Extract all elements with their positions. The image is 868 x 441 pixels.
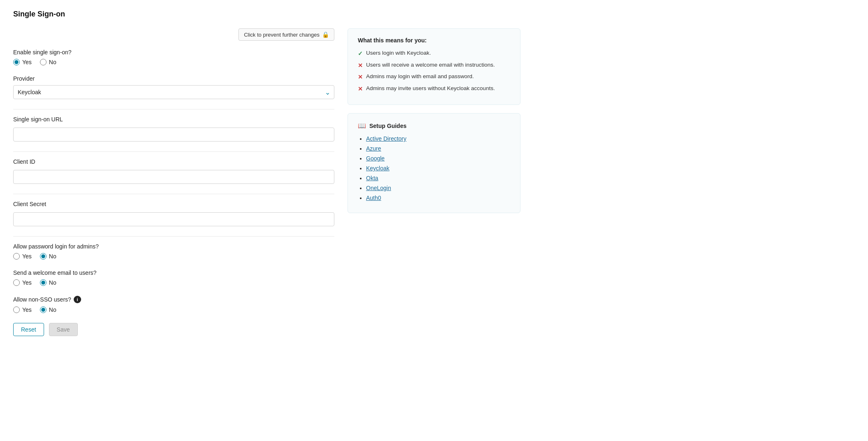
guide-item-onelogin: OneLogin [366,185,510,191]
allow-password-no-radio[interactable] [40,253,47,260]
book-icon: 📖 [358,122,366,130]
right-panel: What this means for you: ✓ Users login w… [348,28,520,336]
lock-bar: Click to prevent further changes 🔒 [13,28,334,41]
welcome-email-yes-option[interactable]: Yes [13,279,32,286]
welcome-email-label: Send a welcome email to users? [13,269,334,276]
welcome-email-no-label: No [49,279,56,286]
sso-url-input[interactable] [13,128,334,142]
guide-link-auth0[interactable]: Auth0 [366,195,381,201]
allow-password-yes-label: Yes [22,253,32,260]
guide-link-keycloak[interactable]: Keycloak [366,165,390,172]
info-title: What this means for you: [358,37,510,44]
divider-4 [13,236,334,237]
enable-sso-no-option[interactable]: No [40,59,56,65]
provider-label: Provider [13,75,334,82]
cross-icon-3: ✕ [358,73,363,81]
allow-password-radio-group: Yes No [13,253,334,260]
info-box: What this means for you: ✓ Users login w… [348,28,520,105]
button-row: Reset Save [13,323,334,336]
info-item-3-text: Admins may login with email and password… [366,73,474,81]
guides-title: 📖 Setup Guides [358,122,510,130]
guide-item-active-directory: Active Directory [366,135,510,142]
check-icon-1: ✓ [358,50,363,58]
enable-sso-label: Enable single sign-on? [13,49,334,56]
client-id-label: Client ID [13,158,334,165]
welcome-email-no-option[interactable]: No [40,279,56,286]
non-sso-label: Allow non-SSO users? [13,296,71,303]
guide-item-keycloak: Keycloak [366,165,510,172]
welcome-email-no-radio[interactable] [40,279,47,286]
page-wrapper: Single Sign-on Click to prevent further … [0,0,868,346]
guide-link-google[interactable]: Google [366,155,385,162]
sso-url-label: Single sign-on URL [13,116,334,123]
client-id-input[interactable] [13,170,334,184]
lock-icon: 🔒 [322,31,329,38]
client-secret-input[interactable] [13,212,334,226]
cross-icon-2: ✕ [358,62,363,70]
divider-1 [13,109,334,109]
allow-password-no-label: No [49,253,56,260]
enable-sso-no-label: No [49,59,56,65]
guides-list: Active Directory Azure Google Keycloak O… [358,135,510,201]
info-list: ✓ Users login with Keycloak. ✕ Users wil… [358,49,510,93]
guides-box: 📖 Setup Guides Active Directory Azure Go… [348,113,520,213]
guide-item-google: Google [366,155,510,162]
sso-url-section: Single sign-on URL [13,116,334,142]
enable-sso-radio-group: Yes No [13,59,334,65]
welcome-email-radio-group: Yes No [13,279,334,286]
guide-link-azure[interactable]: Azure [366,145,381,152]
enable-sso-yes-radio[interactable] [13,59,20,65]
provider-select-wrapper: Keycloak Active Directory Azure Google O… [13,85,334,99]
client-id-section: Client ID [13,158,334,184]
lock-button[interactable]: Click to prevent further changes 🔒 [238,28,334,41]
info-item-3: ✕ Admins may login with email and passwo… [358,73,510,81]
lock-button-label: Click to prevent further changes [244,32,320,38]
provider-section: Provider Keycloak Active Directory Azure… [13,75,334,99]
info-item-2-text: Users will receive a welcome email with … [366,61,495,69]
guide-item-auth0: Auth0 [366,195,510,201]
non-sso-no-radio[interactable] [40,306,47,313]
allow-password-section: Allow password login for admins? Yes No [13,243,334,260]
divider-3 [13,194,334,194]
allow-password-yes-radio[interactable] [13,253,20,260]
allow-password-yes-option[interactable]: Yes [13,253,32,260]
left-panel: Click to prevent further changes 🔒 Enabl… [13,28,334,336]
save-button[interactable]: Save [49,323,78,336]
client-secret-section: Client Secret [13,201,334,226]
main-layout: Click to prevent further changes 🔒 Enabl… [13,28,855,336]
non-sso-radio-group: Yes No [13,306,334,313]
guide-link-onelogin[interactable]: OneLogin [366,185,391,191]
non-sso-yes-label: Yes [22,306,32,313]
info-item-1: ✓ Users login with Keycloak. [358,49,510,58]
divider-2 [13,151,334,152]
guide-item-azure: Azure [366,145,510,152]
info-icon: i [74,296,81,303]
guides-title-label: Setup Guides [369,123,406,129]
info-item-4-text: Admins may invite users without Keycloak… [366,85,495,93]
guide-link-active-directory[interactable]: Active Directory [366,135,406,142]
guide-link-okta[interactable]: Okta [366,175,378,181]
enable-sso-yes-label: Yes [22,59,32,65]
cross-icon-4: ✕ [358,85,363,93]
welcome-email-yes-radio[interactable] [13,279,20,286]
allow-password-no-option[interactable]: No [40,253,56,260]
guide-item-okta: Okta [366,175,510,181]
client-secret-label: Client Secret [13,201,334,207]
enable-sso-yes-option[interactable]: Yes [13,59,32,65]
welcome-email-section: Send a welcome email to users? Yes No [13,269,334,286]
info-item-2: ✕ Users will receive a welcome email wit… [358,61,510,70]
info-item-1-text: Users login with Keycloak. [366,49,431,57]
info-item-4: ✕ Admins may invite users without Keyclo… [358,85,510,93]
enable-sso-section: Enable single sign-on? Yes No [13,49,334,65]
non-sso-no-label: No [49,306,56,313]
provider-select[interactable]: Keycloak Active Directory Azure Google O… [13,85,334,99]
non-sso-yes-option[interactable]: Yes [13,306,32,313]
non-sso-section: Allow non-SSO users? i Yes No [13,296,334,313]
non-sso-yes-radio[interactable] [13,306,20,313]
welcome-email-yes-label: Yes [22,279,32,286]
allow-password-label: Allow password login for admins? [13,243,334,250]
non-sso-no-option[interactable]: No [40,306,56,313]
enable-sso-no-radio[interactable] [40,59,47,65]
page-title: Single Sign-on [13,10,855,19]
reset-button[interactable]: Reset [13,323,44,336]
